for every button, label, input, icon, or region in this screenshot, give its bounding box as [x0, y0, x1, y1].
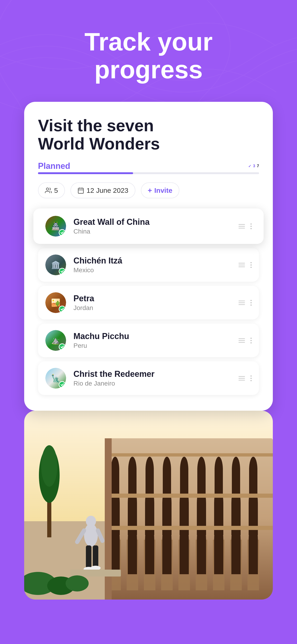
completed-count: 3 [253, 164, 255, 168]
great-wall-info: Great Wall of China China [74, 217, 238, 235]
petra-avatar: 🏜️ [45, 292, 66, 313]
date-chip[interactable]: 12 June 2023 [70, 182, 136, 198]
svg-rect-28 [197, 540, 206, 574]
great-wall-name: Great Wall of China [74, 217, 238, 227]
chichen-info: Chichén Itzá Mexico [74, 256, 238, 274]
invite-label: Invite [154, 186, 172, 194]
drag-handle-icon-2[interactable] [238, 263, 245, 267]
hero-title-line2: progress [84, 56, 212, 84]
machu-actions [238, 338, 252, 344]
date-value: 12 June 2023 [86, 186, 128, 194]
drag-handle-icon[interactable] [238, 224, 245, 228]
svg-rect-66 [214, 470, 223, 495]
colosseum-svg [24, 411, 273, 600]
petra-country: Jordan [74, 304, 238, 312]
svg-rect-34 [249, 540, 258, 574]
svg-rect-46 [197, 503, 206, 535]
more-options-icon-2[interactable] [250, 262, 252, 268]
people-icon [45, 187, 52, 194]
svg-rect-30 [214, 540, 223, 574]
svg-rect-24 [162, 540, 172, 574]
svg-rect-48 [214, 503, 223, 535]
people-chip[interactable]: 5 [38, 182, 65, 198]
svg-rect-20 [128, 540, 137, 574]
card-title-line2: World Wonders [38, 135, 259, 153]
petra-check [59, 306, 66, 312]
svg-point-0 [46, 188, 48, 190]
card-title-line1: Visit the seven [38, 116, 259, 135]
machu-info: Machu Picchu Peru [74, 332, 238, 350]
chichen-avatar: 🏛️ [45, 254, 66, 275]
svg-rect-83 [93, 546, 98, 567]
plus-icon: + [148, 186, 152, 195]
svg-rect-70 [249, 470, 258, 495]
total-count: 7 [257, 164, 259, 168]
svg-rect-60 [163, 470, 171, 495]
planned-tab[interactable]: Planned [38, 161, 70, 171]
drag-handle-icon-3[interactable] [238, 300, 245, 305]
wonder-item-christ: 🗽 Christ the Redeemer Rio de Janeiro [38, 362, 259, 395]
petra-info: Petra Jordan [74, 294, 238, 312]
bottom-image [24, 411, 273, 600]
great-wall-avatar: 🏯 [45, 216, 66, 236]
svg-rect-64 [197, 470, 206, 495]
svg-rect-54 [111, 470, 119, 495]
svg-rect-38 [128, 503, 137, 535]
svg-rect-36 [110, 503, 120, 535]
svg-rect-82 [86, 546, 92, 568]
great-wall-actions [238, 224, 252, 229]
more-options-icon[interactable] [250, 224, 252, 229]
more-options-icon-5[interactable] [250, 376, 252, 381]
christ-country: Rio de Janeiro [74, 380, 238, 387]
chips-row: 5 12 June 2023 + Invite [38, 182, 259, 198]
check-symbol: ✓ [248, 164, 251, 168]
wonder-item-petra: 🏜️ Petra Jordan [38, 286, 259, 320]
svg-rect-68 [232, 470, 240, 495]
svg-rect-72 [105, 526, 273, 530]
svg-point-79 [86, 516, 96, 527]
svg-rect-18 [110, 540, 120, 574]
progress-bar-container [38, 172, 259, 174]
calendar-icon [77, 187, 84, 194]
svg-point-77 [41, 445, 57, 487]
machu-check [59, 344, 66, 350]
machu-avatar: ⛰️ [45, 330, 66, 351]
svg-rect-52 [249, 503, 258, 535]
progress-fraction: ✓ 3 7 [248, 164, 259, 168]
svg-rect-42 [162, 503, 172, 535]
christ-check [59, 381, 66, 388]
invite-chip[interactable]: + Invite [141, 182, 179, 198]
petra-actions [238, 300, 252, 306]
svg-point-78 [84, 524, 98, 546]
svg-rect-50 [232, 503, 240, 535]
svg-rect-1 [78, 188, 83, 194]
machu-name: Machu Picchu [74, 332, 238, 341]
svg-point-89 [66, 575, 89, 592]
petra-name: Petra [74, 294, 238, 303]
more-options-icon-3[interactable] [250, 300, 252, 306]
chichen-check [59, 268, 66, 275]
christ-avatar: 🗽 [45, 368, 66, 388]
great-wall-check [59, 229, 66, 236]
wonder-item-machu: ⛰️ Machu Picchu Peru [38, 324, 259, 357]
svg-rect-44 [180, 503, 189, 535]
chichen-actions [238, 262, 252, 268]
wonder-item-great-wall: 🏯 Great Wall of China China [34, 208, 264, 244]
svg-rect-32 [232, 540, 240, 574]
drag-handle-icon-5[interactable] [238, 376, 245, 380]
svg-rect-73 [105, 453, 273, 456]
people-count: 5 [54, 186, 58, 194]
chichen-name: Chichén Itzá [74, 256, 238, 266]
main-card: Visit the seven World Wonders Planned ✓ … [24, 102, 273, 411]
chichen-country: Mexico [74, 266, 238, 274]
svg-rect-56 [128, 470, 136, 495]
machu-country: Peru [74, 342, 238, 350]
hero-title-line1: Track your [84, 28, 212, 56]
christ-name: Christ the Redeemer [74, 369, 238, 379]
more-options-icon-4[interactable] [250, 338, 252, 344]
card-title: Visit the seven World Wonders [38, 116, 259, 153]
drag-handle-icon-4[interactable] [238, 338, 245, 343]
wonder-item-chichen: 🏛️ Chichén Itzá Mexico [38, 248, 259, 282]
svg-rect-58 [146, 470, 154, 495]
svg-rect-40 [145, 503, 154, 535]
